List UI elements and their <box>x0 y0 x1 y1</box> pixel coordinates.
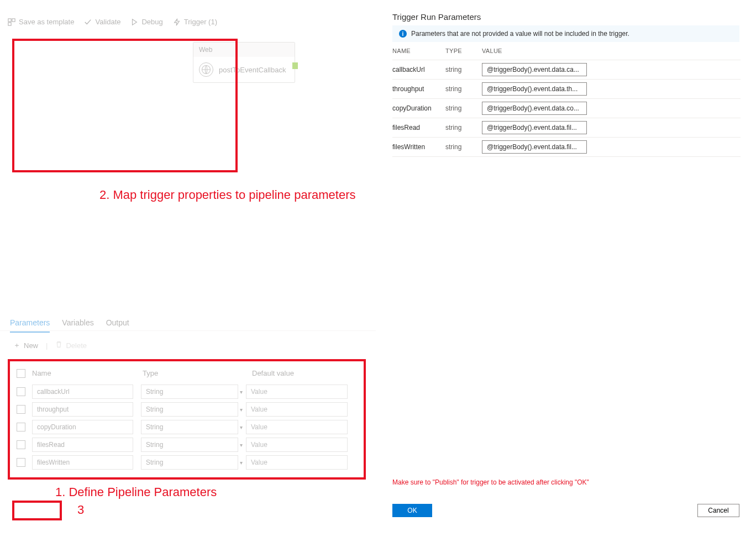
trigger-param-row: filesWrittenstring@triggerBody().event.d… <box>392 138 741 157</box>
trig-param-type: string <box>445 124 482 131</box>
trig-param-type: string <box>445 104 482 112</box>
trig-param-type: string <box>445 66 482 73</box>
param-type-select[interactable] <box>141 385 238 399</box>
delete-parameter-button[interactable]: Delete <box>55 341 87 350</box>
trigger-button[interactable]: Trigger (1) <box>173 18 217 26</box>
trig-param-name: filesWritten <box>392 143 445 151</box>
save-template-label: Save as template <box>19 18 74 26</box>
param-default-input[interactable] <box>246 455 348 470</box>
save-as-template-button[interactable]: Save as template <box>8 18 74 26</box>
activity-type-label: Web <box>193 43 295 57</box>
trig-param-type: string <box>445 85 482 93</box>
debug-button[interactable]: Debug <box>130 18 162 26</box>
pipeline-toolbar: Save as template Validate Debug Trigger … <box>8 18 217 26</box>
th-name: NAME <box>392 48 445 54</box>
new-parameter-button[interactable]: ＋ New <box>13 340 38 350</box>
parameter-row: ▾ <box>17 385 356 399</box>
globe-icon <box>199 62 213 77</box>
param-default-input[interactable] <box>246 438 348 452</box>
parameter-row: ▾ <box>17 420 356 434</box>
param-type-select[interactable] <box>141 402 238 417</box>
param-name-input[interactable] <box>32 455 133 470</box>
ok-button[interactable]: OK <box>392 504 432 517</box>
annotation-text-3: 3 <box>77 503 84 517</box>
info-icon: i <box>399 30 407 38</box>
parameter-row: ▾ <box>17 455 356 470</box>
param-name-input[interactable] <box>32 438 133 452</box>
trig-param-name: callbackUrl <box>392 66 445 73</box>
panel-title: Trigger Run Parameters <box>392 12 481 22</box>
chevron-down-icon: ▾ <box>240 424 243 430</box>
select-all-checkbox[interactable] <box>17 369 25 378</box>
trig-param-type: string <box>445 143 482 151</box>
annotation-text-1: 1. Define Pipeline Parameters <box>55 485 217 499</box>
trigger-param-row: callbackUrlstring@triggerBody().event.da… <box>392 60 741 80</box>
col-header-name: Name <box>32 369 143 378</box>
chevron-down-icon: ▾ <box>240 460 243 466</box>
validate-button[interactable]: Validate <box>84 18 120 26</box>
trigger-label: Trigger (1) <box>184 18 217 26</box>
param-type-select[interactable] <box>141 455 238 470</box>
th-value: VALUE <box>482 48 741 54</box>
validate-label: Validate <box>95 18 120 26</box>
row-checkbox[interactable] <box>17 458 25 467</box>
chevron-down-icon: ▾ <box>240 442 243 448</box>
chevron-down-icon: ▾ <box>240 389 243 395</box>
delete-label: Delete <box>66 341 87 350</box>
param-default-input[interactable] <box>246 402 348 417</box>
web-activity-node[interactable]: Web postToEventCallback <box>193 42 295 83</box>
row-checkbox[interactable] <box>17 440 25 449</box>
parameter-row: ▾ <box>17 402 356 417</box>
trig-param-name: filesRead <box>392 124 445 131</box>
lightning-icon <box>173 18 181 26</box>
param-type-select[interactable] <box>141 438 238 452</box>
col-header-type: Type <box>143 369 252 378</box>
parameter-row: ▾ <box>17 438 356 452</box>
parameters-table: Name Type Default value ▾▾▾▾▾ <box>17 366 356 473</box>
svg-rect-2 <box>8 22 11 25</box>
trigger-param-row: throughputstring@triggerBody().event.dat… <box>392 80 741 99</box>
th-type: TYPE <box>445 48 482 54</box>
plus-icon: ＋ <box>13 340 20 350</box>
col-header-default: Default value <box>252 369 356 378</box>
param-type-select[interactable] <box>141 420 238 434</box>
trig-param-value-input[interactable]: @triggerBody().event.data.ca... <box>482 63 587 76</box>
svg-rect-0 <box>8 18 11 21</box>
trigger-param-row: copyDurationstring@triggerBody().event.d… <box>392 99 741 118</box>
check-icon <box>84 18 92 26</box>
annotation-text-2: 2. Map trigger properties to pipeline pa… <box>99 187 355 204</box>
trig-param-value-input[interactable]: @triggerBody().event.data.fil... <box>482 121 587 134</box>
row-checkbox[interactable] <box>17 387 25 396</box>
param-default-input[interactable] <box>246 420 348 434</box>
row-checkbox[interactable] <box>17 405 25 414</box>
cancel-button[interactable]: Cancel <box>697 504 739 517</box>
svg-rect-1 <box>12 18 15 21</box>
debug-label: Debug <box>141 18 162 26</box>
trig-param-name: copyDuration <box>392 104 445 112</box>
trigger-param-row: filesReadstring@triggerBody().event.data… <box>392 118 741 138</box>
template-icon <box>8 18 15 26</box>
chevron-down-icon: ▾ <box>240 407 243 413</box>
trigger-params-table: NAME TYPE VALUE callbackUrlstring@trigge… <box>392 44 741 157</box>
trig-param-name: throughput <box>392 85 445 93</box>
info-text: Parameters that are not provided a value… <box>411 30 629 38</box>
row-checkbox[interactable] <box>17 423 25 431</box>
publish-note: Make sure to "Publish" for trigger to be… <box>392 478 589 486</box>
param-name-input[interactable] <box>32 420 133 434</box>
param-default-input[interactable] <box>246 385 348 399</box>
trash-icon <box>55 341 62 350</box>
new-label: New <box>24 341 38 350</box>
param-name-input[interactable] <box>32 385 133 399</box>
play-icon <box>130 18 138 26</box>
trig-param-value-input[interactable]: @triggerBody().event.data.fil... <box>482 140 587 154</box>
trig-param-value-input[interactable]: @triggerBody().event.data.th... <box>482 82 587 96</box>
param-name-input[interactable] <box>32 402 133 417</box>
activity-name-label: postToEventCallback <box>219 66 286 74</box>
trig-param-value-input[interactable]: @triggerBody().event.data.co... <box>482 102 587 115</box>
info-banner: i Parameters that are not provided a val… <box>392 25 739 42</box>
parameters-subbar: ＋ New | Delete <box>13 340 87 350</box>
activity-output-handle[interactable] <box>292 62 298 69</box>
